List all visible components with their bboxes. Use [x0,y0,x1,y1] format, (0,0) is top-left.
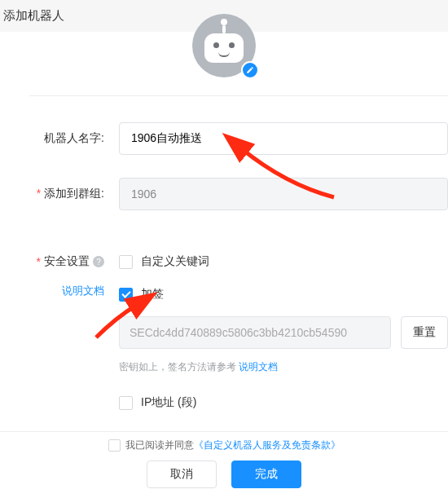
divider [29,95,448,96]
dialog-title: 添加机器人 [3,8,64,22]
ip-label: IP地址 (段) [141,395,196,410]
sign-label: 加签 [141,287,164,302]
agree-text: 我已阅读并同意 [125,439,194,452]
option-keyword: 自定义关键词 [119,254,448,269]
group-input [119,178,448,210]
label-group: *添加到群组: [29,187,119,201]
security-doc-link[interactable]: 说明文档 [29,284,104,298]
agree-row: 我已阅读并同意 《自定义机器人服务及免责条款》 [0,439,448,452]
row-name: 机器人名字: [0,122,448,155]
hint-doc-link[interactable]: 说明文档 [239,361,278,372]
footer-buttons: 取消 完成 [0,461,448,488]
secret-input[interactable] [119,316,391,349]
help-icon[interactable]: ? [93,256,104,267]
security-right: 自定义关键词 加签 重置 密钥如上，签名方法请参考 说明文档 IP地址 (段) [119,254,448,410]
dialog-content: 机器人名字: *添加到群组: *安全设置 ? 说明文档 自定义关键词 加签 [0,32,448,410]
secret-hint: 密钥如上，签名方法请参考 说明文档 [119,360,448,374]
secret-row: 重置 [119,316,448,349]
dialog-footer: 我已阅读并同意 《自定义机器人服务及免责条款》 取消 完成 [0,431,448,498]
ip-checkbox[interactable] [119,396,133,410]
keyword-checkbox[interactable] [119,255,133,269]
label-name: 机器人名字: [29,131,119,146]
confirm-button[interactable]: 完成 [231,461,301,488]
robot-face-icon [204,33,244,63]
security-title: *安全设置 ? [37,254,104,269]
reset-button[interactable]: 重置 [401,316,448,349]
keyword-label: 自定义关键词 [141,254,209,269]
edit-avatar-button[interactable] [241,61,259,79]
security-left: *安全设置 ? 说明文档 [29,254,119,410]
robot-name-input[interactable] [119,122,448,155]
option-ip: IP地址 (段) [119,395,448,410]
agree-checkbox[interactable] [108,439,121,452]
avatar-section [0,32,448,95]
pencil-icon [246,63,254,77]
row-group: *添加到群组: [0,178,448,210]
cancel-button[interactable]: 取消 [147,461,217,488]
security-section: *安全设置 ? 说明文档 自定义关键词 加签 重置 密钥如上，签名方法请参考 说… [0,233,448,410]
terms-link[interactable]: 《自定义机器人服务及免责条款》 [194,439,340,452]
option-sign: 加签 [119,287,448,302]
robot-avatar[interactable] [192,14,256,77]
sign-checkbox[interactable] [119,288,133,302]
